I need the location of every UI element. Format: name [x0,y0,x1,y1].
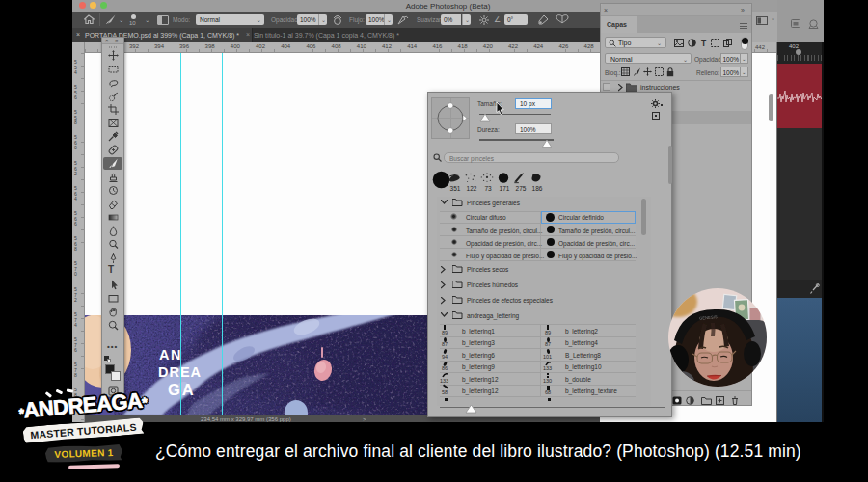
svg-text:AN: AN [159,347,182,362]
